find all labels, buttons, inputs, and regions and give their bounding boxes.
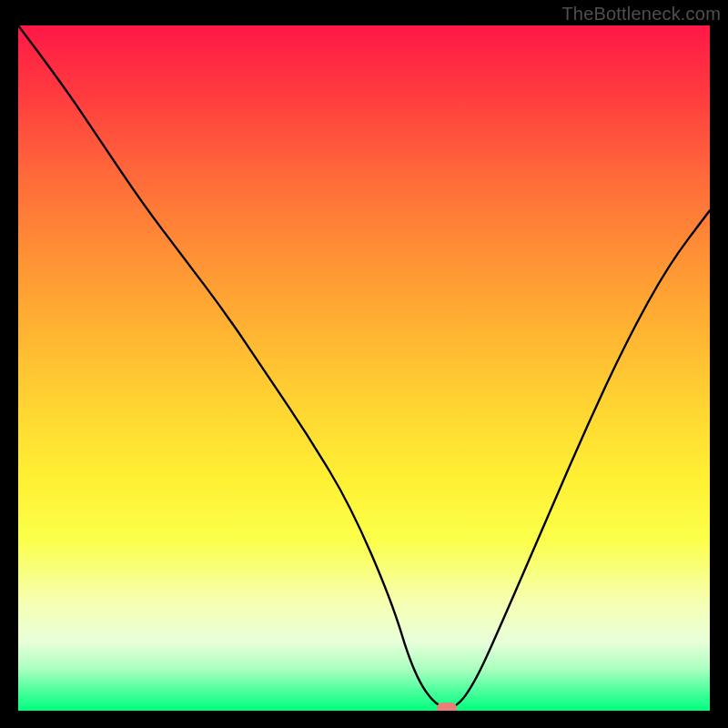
minimum-marker [437, 703, 457, 711]
curve-svg [18, 25, 710, 711]
chart-frame: TheBottleneck.com [0, 0, 728, 728]
watermark-text: TheBottleneck.com [561, 4, 721, 25]
plot-area [18, 25, 710, 711]
bottleneck-curve-path [18, 25, 710, 708]
